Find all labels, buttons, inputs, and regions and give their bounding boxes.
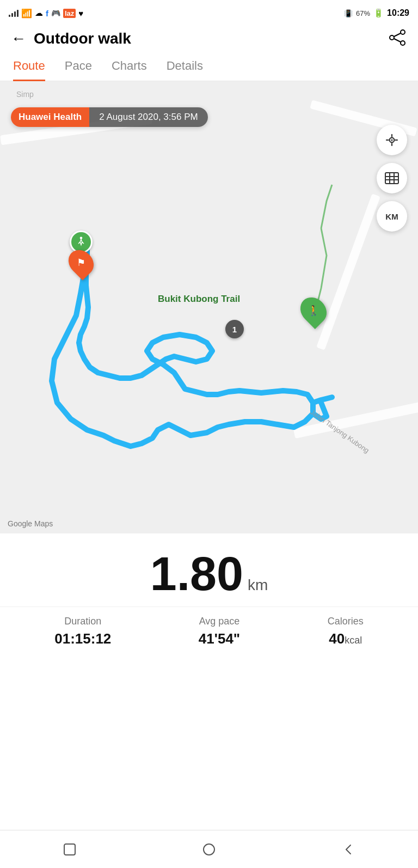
status-left: 📶 ☁ f 🎮 laz ♥	[9, 8, 83, 19]
lazada-icon: laz	[63, 9, 76, 18]
nav-square-button[interactable]	[59, 839, 80, 860]
avg-pace-label: Avg pace	[199, 616, 240, 627]
stat-avg-pace: Avg pace 41'54"	[199, 616, 240, 647]
svg-point-1	[401, 41, 405, 45]
badge-brand: Huawei Health	[11, 107, 89, 127]
map-view[interactable]: Simp Huawei Health 2 August 2020, 3:56 P…	[0, 81, 418, 533]
tab-bar: Route Pace Charts Details	[0, 53, 418, 81]
stats-section: 1.80 km Duration 01:15:12 Avg pace 41'54…	[0, 533, 418, 664]
svg-point-0	[401, 30, 405, 34]
calories-label: Calories	[328, 616, 364, 627]
tab-route[interactable]: Route	[13, 53, 45, 81]
bottom-nav	[0, 830, 418, 868]
calories-unit: kcal	[345, 635, 362, 646]
svg-rect-12	[385, 173, 398, 184]
vibrate-icon: 📳	[344, 9, 353, 17]
nav-circle-button[interactable]	[199, 839, 219, 860]
tab-pace[interactable]: Pace	[65, 53, 92, 81]
end-marker: ⚑	[70, 249, 93, 276]
map-badge: Huawei Health 2 August 2020, 3:56 PM	[11, 107, 208, 127]
page-title: Outdoor walk	[34, 30, 388, 47]
distance-display: 1.80 km	[0, 533, 418, 606]
share-button[interactable]	[388, 29, 407, 48]
health-icon: ♥	[78, 9, 83, 18]
status-bar: 📶 ☁ f 🎮 laz ♥ 📳 67% 🔋 10:29	[0, 0, 418, 24]
location-button[interactable]	[377, 125, 407, 155]
svg-line-4	[394, 39, 401, 42]
nav-back-button[interactable]	[338, 839, 359, 860]
svg-point-7	[391, 139, 392, 141]
duration-value: 01:15:12	[54, 630, 111, 647]
wifi-icon: 📶	[21, 8, 32, 19]
tab-charts[interactable]: Charts	[112, 53, 147, 81]
km-marker-1: 1	[225, 320, 244, 338]
badge-date: 2 August 2020, 3:56 PM	[89, 107, 207, 127]
svg-line-3	[394, 33, 401, 37]
stat-duration: Duration 01:15:12	[54, 616, 111, 647]
back-button[interactable]: ←	[11, 31, 26, 46]
calories-value: 40kcal	[329, 630, 362, 647]
svg-point-2	[390, 35, 394, 40]
cloud-icon: ☁	[35, 8, 43, 18]
unit-toggle-button[interactable]: KM	[377, 201, 407, 232]
duration-label: Duration	[64, 616, 101, 627]
battery-icon: 🔋	[373, 8, 384, 18]
map-toggle-button[interactable]	[377, 163, 407, 193]
google-maps-label: Google Maps	[8, 519, 53, 528]
svg-point-18	[204, 844, 214, 855]
stat-calories: Calories 40kcal	[328, 616, 364, 647]
game-icon: 🎮	[51, 9, 60, 17]
svg-point-5	[80, 236, 83, 239]
avg-pace-value: 41'54"	[199, 630, 240, 647]
status-right: 📳 67% 🔋 10:29	[344, 8, 409, 18]
header: ← Outdoor walk	[0, 24, 418, 53]
distance-unit: km	[248, 576, 268, 594]
stats-row: Duration 01:15:12 Avg pace 41'54" Calori…	[0, 606, 418, 664]
signal-icon	[9, 9, 19, 17]
battery-percent: 67%	[356, 9, 370, 17]
tab-details[interactable]: Details	[167, 53, 203, 81]
trail-end-marker: 🚶	[302, 296, 325, 325]
facebook-icon: f	[46, 9, 48, 18]
simp-label: Simp	[16, 90, 34, 99]
clock: 10:29	[387, 8, 409, 18]
distance-value: 1.80	[150, 550, 243, 598]
svg-rect-17	[64, 844, 75, 855]
trail-path	[0, 81, 418, 533]
trail-name-label: Bukit Kubong Trail	[158, 294, 240, 305]
map-controls: KM	[377, 125, 407, 232]
